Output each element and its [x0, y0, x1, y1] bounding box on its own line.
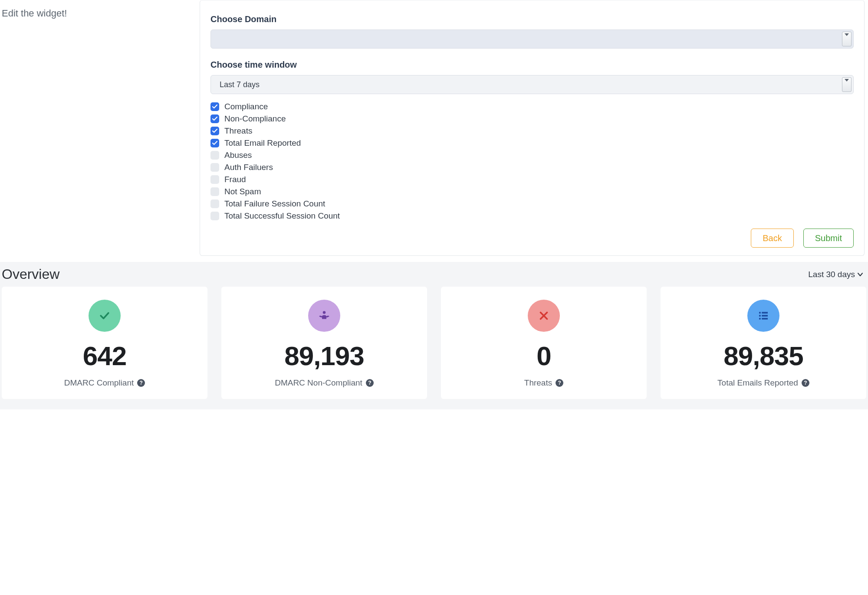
checkbox-label: Auth Failuers: [224, 163, 273, 172]
domain-select[interactable]: [210, 29, 854, 49]
checkbox-label: Total Successful Session Count: [224, 211, 340, 221]
checkbox-total-email-reported[interactable]: Total Email Reported: [210, 138, 854, 148]
x-icon: [528, 300, 560, 332]
widget-config-panel: Choose Domain Choose time window Last 7 …: [200, 0, 865, 256]
help-icon[interactable]: ?: [802, 379, 809, 387]
checkbox-checked-icon: [210, 139, 219, 147]
checkbox-unchecked-icon: [210, 151, 219, 160]
checkbox-checked-icon: [210, 127, 219, 135]
checkbox-label: Fraud: [224, 175, 246, 184]
time-window-value: Last 7 days: [220, 80, 260, 89]
stat-value: 642: [83, 340, 126, 371]
svg-rect-8: [759, 318, 761, 320]
svg-point-0: [323, 311, 326, 314]
edit-widget-heading: Edit the widget!: [0, 0, 200, 19]
checkbox-label: Total Email Reported: [224, 138, 301, 148]
stat-card-dmarc-compliant: 642DMARC Compliant?: [2, 287, 207, 399]
stat-value: 89,193: [284, 340, 364, 371]
checkbox-unchecked-icon: [210, 175, 219, 184]
checkbox-unchecked-icon: [210, 187, 219, 196]
time-window-select[interactable]: Last 7 days: [210, 75, 854, 94]
list-icon: [747, 300, 779, 332]
checkbox-label: Threats: [224, 126, 252, 136]
checkbox-auth-failuers[interactable]: Auth Failuers: [210, 163, 854, 172]
stat-value: 0: [536, 340, 551, 371]
help-icon[interactable]: ?: [137, 379, 145, 387]
checkbox-label: Abuses: [224, 150, 252, 160]
svg-rect-6: [759, 315, 761, 317]
stat-label: Total Emails Reported?: [717, 378, 809, 388]
overview-title: Overview: [2, 266, 59, 282]
svg-rect-4: [759, 312, 761, 314]
chevron-down-icon: [842, 32, 852, 46]
stat-card-total-emails-reported: 89,835Total Emails Reported?: [661, 287, 866, 399]
stat-label: Threats?: [524, 378, 563, 388]
checkbox-total-successful-session-count[interactable]: Total Successful Session Count: [210, 211, 854, 221]
help-icon[interactable]: ?: [556, 379, 563, 387]
choose-domain-label: Choose Domain: [210, 14, 854, 24]
stat-card-threats: 0Threats?: [441, 287, 647, 399]
checkbox-label: Not Spam: [224, 187, 261, 196]
stat-label: DMARC Non-Compliant?: [275, 378, 374, 388]
help-icon[interactable]: ?: [366, 379, 374, 387]
svg-rect-3: [327, 316, 329, 317]
svg-rect-7: [762, 315, 768, 317]
svg-rect-9: [762, 318, 768, 320]
check-icon: [89, 300, 121, 332]
checkbox-threats[interactable]: Threats: [210, 126, 854, 136]
overview-section: Overview Last 30 days 642DMARC Compliant…: [0, 262, 868, 409]
metrics-checklist: ComplianceNon-ComplianceThreatsTotal Ema…: [210, 102, 854, 221]
stat-cards: 642DMARC Compliant?89,193DMARC Non-Compl…: [0, 287, 868, 399]
checkbox-checked-icon: [210, 102, 219, 111]
checkbox-fraud[interactable]: Fraud: [210, 175, 854, 184]
checkbox-total-failure-session-count[interactable]: Total Failure Session Count: [210, 199, 854, 209]
stat-label: DMARC Compliant?: [64, 378, 145, 388]
checkbox-unchecked-icon: [210, 212, 219, 220]
form-actions: Back Submit: [210, 229, 854, 248]
stat-card-dmarc-non-compliant: 89,193DMARC Non-Compliant?: [221, 287, 427, 399]
overview-range-label: Last 30 days: [808, 270, 855, 279]
checkbox-not-spam[interactable]: Not Spam: [210, 187, 854, 196]
checkbox-label: Total Failure Session Count: [224, 199, 325, 209]
svg-rect-2: [319, 316, 322, 317]
checkbox-unchecked-icon: [210, 199, 219, 208]
back-button[interactable]: Back: [751, 229, 793, 248]
chevron-down-icon: [858, 273, 863, 276]
checkbox-label: Compliance: [224, 102, 268, 111]
checkbox-abuses[interactable]: Abuses: [210, 150, 854, 160]
submit-button[interactable]: Submit: [803, 229, 854, 248]
stat-value: 89,835: [723, 340, 803, 371]
svg-rect-5: [762, 312, 768, 314]
checkbox-compliance[interactable]: Compliance: [210, 102, 854, 111]
checkbox-unchecked-icon: [210, 163, 219, 172]
checkbox-label: Non-Compliance: [224, 114, 286, 124]
chevron-down-icon: [842, 77, 852, 92]
checkbox-checked-icon: [210, 114, 219, 123]
choose-time-label: Choose time window: [210, 60, 854, 70]
person-icon: [308, 300, 340, 332]
checkbox-non-compliance[interactable]: Non-Compliance: [210, 114, 854, 124]
overview-range-select[interactable]: Last 30 days: [808, 270, 863, 279]
